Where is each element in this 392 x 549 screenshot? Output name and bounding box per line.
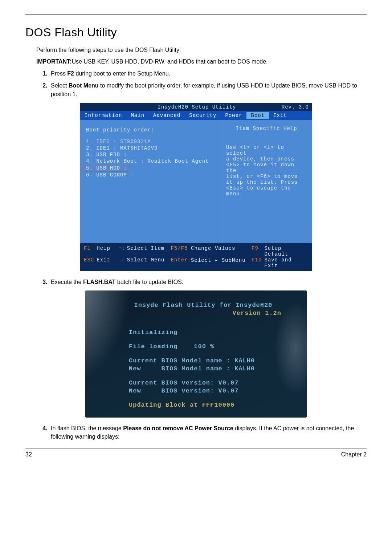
step3-c: batch file to update BIOS. (115, 279, 183, 285)
step3-b: FLASH.BAT (83, 279, 115, 285)
page-number: 32 (25, 451, 32, 458)
bios-titlebar: InsydeH20 Setup Utility Rev. 3.0 (80, 103, 312, 111)
fa-select-submenu: Select ▸ SubMenu (191, 257, 252, 269)
step1-c: during boot to enter the Setup Menu. (74, 70, 170, 77)
intro-text: Perform the following steps to use the D… (36, 46, 367, 54)
fa-help: Help (97, 245, 117, 257)
tab-exit[interactable]: Exit (269, 112, 291, 119)
dos-new-model: New BIOS Model name : KALH0 (129, 365, 296, 372)
help-line-1: Use <t> or <l> to select (226, 145, 307, 156)
step-4: In flash BIOS, the message Please do not… (49, 424, 367, 441)
help-line-6: <Esc> to escape the menu (226, 185, 307, 197)
dos-init: Initializing (129, 329, 296, 336)
bottom-rule (25, 448, 367, 448)
bios-help-pane: Item Specific Help Use <t> or <l> to sel… (221, 120, 312, 243)
dos-cur-ver: Current BIOS version: V0.07 (129, 379, 296, 386)
fk-enter: Enter (171, 257, 191, 269)
bios-title-text: InsydeH20 Setup Utility (112, 104, 282, 110)
fk-f10: F10 (252, 257, 264, 269)
fa-select-item: Select Item (127, 245, 171, 257)
help-line-5: it up the list. Press (226, 179, 307, 185)
fa-setup-default: Setup Default (264, 245, 308, 257)
arrow-right-icon: → (117, 257, 127, 269)
bios-left-pane: Boot priority order: 1. IDE0 : ST960821A… (80, 120, 221, 243)
important-body: Use USB KEY, USB HDD, DVD-RW, and HDDs t… (72, 58, 268, 65)
step3-a: Execute the (51, 279, 83, 285)
tab-power[interactable]: Power (221, 112, 246, 119)
important-label: IMPORTANT: (36, 58, 72, 65)
dos-new-ver: New BIOS version: V0.07 (129, 387, 296, 394)
arrow-updown-icon: ↑↓ (117, 245, 127, 257)
step4-b: Please do not remove AC Power Source (123, 425, 233, 431)
tab-security[interactable]: Security (185, 112, 221, 119)
tab-main[interactable]: Main (126, 112, 149, 119)
fk-esc: ESC (84, 257, 97, 269)
fk-f5f6: F5/F6 (171, 245, 191, 257)
boot-item-3[interactable]: 3. USB FDD : (86, 152, 215, 158)
boot-item-6[interactable]: 6. USB CDROM : (86, 172, 215, 178)
help-line-4: list, or <F6> to move (226, 174, 307, 179)
tab-advanced[interactable]: Advanced (149, 112, 185, 119)
step-3: Execute the FLASH.BAT batch file to upda… (49, 278, 367, 286)
dos-flash-screen: Insyde Flash Utility for InsydeH20 Versi… (85, 290, 307, 418)
boot-item-4[interactable]: 4. Network Boot : Realtek Boot Agent (86, 158, 215, 164)
bios-footer: F1 Help ↑↓ Select Item F5/F6 Change Valu… (80, 243, 312, 271)
step-2: Select Boot Menu to modify the boot prio… (49, 81, 367, 98)
tab-boot[interactable]: Boot (246, 112, 269, 119)
help-line-3: <F5> to move it down the (226, 162, 307, 174)
fa-exit: Exit (97, 257, 117, 269)
fa-select-menu: Select Menu (127, 257, 171, 269)
boot-item-5[interactable]: 5. USB HDD : (86, 165, 215, 171)
page-footer: 32 Chapter 2 (25, 451, 367, 458)
fa-save-exit: Save and Exit (264, 257, 308, 269)
bios-tabs: Information Main Advanced Security Power… (80, 111, 312, 120)
dos-file-loading: File loading 100 % (129, 343, 296, 350)
bios-setup-utility: InsydeH20 Setup Utility Rev. 3.0 Informa… (80, 103, 312, 271)
dos-cur-model: Current BIOS Model name : KALH0 (129, 357, 296, 364)
fa-change-values: Change Values (191, 245, 252, 257)
bios-rev: Rev. 3.0 (282, 104, 309, 110)
boot-item-1[interactable]: 1. IDE0 : ST960821A (86, 139, 215, 145)
top-rule (25, 15, 367, 15)
step2-b: Boot Menu (69, 82, 99, 89)
important-note: IMPORTANT:Use USB KEY, USB HDD, DVD-RW, … (36, 58, 367, 65)
dos-updating: Updating Block at FFF10000 (129, 402, 296, 408)
help-line-2: a device, then press (226, 156, 307, 162)
boot-priority-label: Boot priority order: (86, 127, 215, 133)
step1-a: Press (51, 70, 67, 77)
fk-f1: F1 (84, 245, 97, 257)
step-1: Press F2 during boot to enter the Setup … (49, 69, 367, 78)
step1-b: F2 (67, 70, 74, 77)
chapter-label: Chapter 2 (341, 451, 367, 458)
boot-item-2[interactable]: 2. IDE1 : MATSHITADVD (86, 145, 215, 151)
tab-information[interactable]: Information (80, 112, 126, 119)
help-title: Item Specific Help (226, 126, 307, 131)
fk-f9: F9 (252, 245, 264, 257)
boot-item-5-label: 5. USB HDD : (85, 165, 128, 171)
page-title: DOS Flash Utility (25, 26, 367, 39)
dos-title-2: Version 1.2n (96, 310, 296, 317)
step2-a: Select (51, 82, 69, 89)
step4-a: In flash BIOS, the message (51, 425, 123, 431)
dos-title-1: Insyde Flash Utility for InsydeH20 (111, 302, 296, 309)
